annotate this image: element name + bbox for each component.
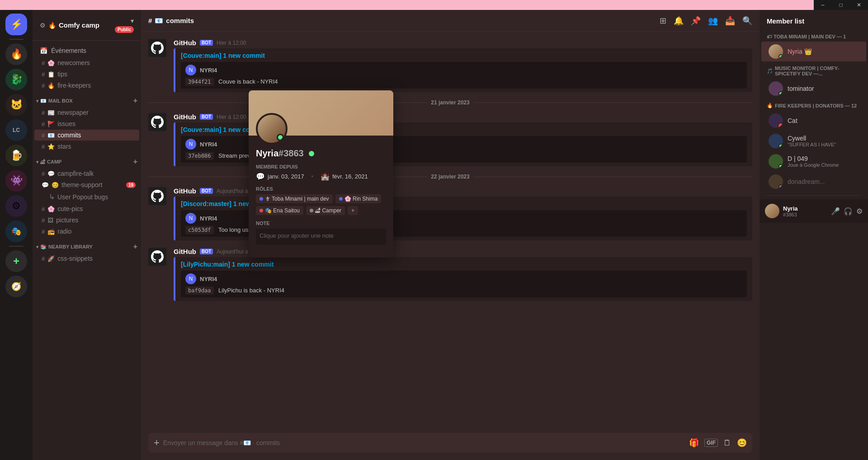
channel-radio[interactable]: # 📻 radio — [34, 226, 139, 237]
member-item-nyria[interactable]: Nyria 👑 — [761, 42, 866, 61]
member-since-title: MEMBRE DEPUIS — [256, 164, 386, 169]
pin-header-icon[interactable]: 📌 — [691, 16, 701, 26]
channel-cute-pics[interactable]: # 🌸 cute-pics — [34, 203, 139, 214]
server-1[interactable]: 🔥 — [5, 43, 27, 65]
minimize-button[interactable]: – — [814, 0, 832, 10]
profile-discriminator: #3863 — [278, 148, 304, 158]
message-author-3: GitHub — [174, 187, 196, 195]
fire-keepers-subicon: 🔥 — [47, 82, 55, 89]
category-nearby-library[interactable]: ▾ 📚 NEARBY LIBRARY + — [33, 237, 141, 253]
add-server-button[interactable]: + — [5, 250, 27, 272]
commit-inner-header-1: N NYRI4 — [185, 65, 742, 75]
server-5[interactable]: 🍺 — [5, 145, 27, 166]
user-settings-icon[interactable]: ⚙ — [856, 207, 863, 216]
member-item-tominator[interactable]: tominator — [761, 79, 866, 99]
channel-fire-keepers[interactable]: # 🔥 fire-keepers — [34, 80, 139, 91]
chevron-down-icon: ▾ — [131, 17, 134, 24]
channel-stars[interactable]: # ⭐ stars — [34, 141, 139, 152]
donadream-info: donadream... — [788, 178, 859, 185]
category-mail-box[interactable]: ▾ 📧 MAIL BOX + — [33, 91, 141, 107]
add-library-channel-button[interactable]: + — [133, 243, 137, 251]
add-role-button[interactable]: + — [348, 206, 358, 215]
messages-area: GitHub BOT Hier à 12:00 [Couve:main] 1 n… — [141, 32, 760, 426]
member-category-music: 🎵 MUSIC MONITOR | COMFY-SPICETIFY DEV —.… — [760, 62, 868, 78]
channel-theme-support[interactable]: 💬 😊 theme-support 19 — [34, 179, 139, 190]
mic-icon[interactable]: 🎤 — [831, 207, 840, 216]
server-date-text: févr. 16, 2021 — [332, 173, 368, 180]
channel-commits[interactable]: # 📧 commits 👤 ⚙ — [34, 130, 139, 141]
discord-icon: ⚡ — [10, 19, 23, 30]
role-dot-ena — [259, 209, 263, 212]
donadream-name: donadream... — [788, 178, 859, 185]
profile-roles: 🗡 Toba Minami | main dev 🌸 Rin Shima 🎭 E… — [256, 194, 386, 215]
emoji-input-icon[interactable]: 😊 — [737, 438, 747, 448]
channel-issues[interactable]: # 🚩 issues — [34, 118, 139, 129]
channel-campfire-talk[interactable]: # 💬 campfire-talk — [34, 168, 139, 179]
category-library-label: NEARBY LIBRARY — [48, 244, 93, 249]
date-text-jan21: 21 janvier 2023 — [431, 99, 469, 106]
inbox-header-icon[interactable]: 📥 — [725, 16, 735, 26]
server-8[interactable]: 🎭 — [5, 221, 27, 242]
add-attachment-button[interactable]: + — [154, 437, 160, 449]
headphones-icon[interactable]: 🎧 — [844, 207, 853, 216]
profile-popup-avatar — [256, 113, 288, 145]
gift-input-icon[interactable]: 🎁 — [689, 438, 699, 448]
member-item-cat[interactable]: Cat — [761, 111, 866, 131]
sticker-input-icon[interactable]: 🗒 — [723, 438, 731, 448]
server-2[interactable]: 🐉 — [5, 69, 27, 90]
profile-name: Nyria#3863 — [256, 148, 386, 159]
server-header[interactable]: ⚙ 🔥 Comfy camp ▾ Public — [33, 10, 141, 41]
nyria-name: Nyria 👑 — [788, 48, 859, 55]
close-button[interactable]: ✕ — [850, 0, 868, 10]
d049-status-dot — [778, 164, 783, 169]
hash-icon-12: # — [42, 255, 45, 262]
member-item-cywell[interactable]: Cywell "SUFFER AS I HAVE" — [761, 131, 866, 151]
chat-input-box: + 🎁 GIF 🗒 😊 — [148, 433, 752, 453]
explore-button[interactable]: 🧭 — [5, 276, 27, 297]
add-channel-button[interactable]: + — [133, 97, 137, 105]
channel-newcomers[interactable]: # 🌸 newcomers — [34, 57, 139, 68]
category-camp[interactable]: ▾ 🏕 CAMP + — [33, 152, 141, 168]
bell-header-icon[interactable]: 🔔 — [674, 16, 684, 26]
channel-pictures-label: pictures — [56, 216, 136, 224]
member-item-d049[interactable]: D | 049 Joue à Google Chrome — [761, 151, 866, 171]
nyri4-avatar-3: N — [185, 213, 196, 224]
members-header-icon[interactable]: 👥 — [708, 16, 718, 26]
server-7[interactable]: ⚙ — [5, 195, 27, 217]
channel-newspaper[interactable]: # 📰 newspaper — [34, 107, 139, 118]
channel-fire-keepers-label: fire-keepers — [57, 82, 136, 89]
channel-user-popout-bugs[interactable]: ↳ User Popout bugs — [34, 191, 139, 203]
channel-name-header: # 📧 commits — [148, 17, 194, 25]
channel-css-snippets[interactable]: # 🚀 css-snippets — [34, 253, 139, 264]
server-6[interactable]: 👾 — [5, 170, 27, 192]
message-group-3: GitHub BOT Aujourd'hui à 11:48 [Discord:… — [148, 187, 752, 240]
s1-icon: 🔥 — [10, 48, 23, 60]
server-3[interactable]: 🐱 — [5, 94, 27, 116]
member-category-fire: 🔥 FIRE KEEPERS | DONATORS — 12 — [760, 99, 868, 110]
commit-inner-1: N NYRI4 3944f21 Couve is back - NYRI4 — [181, 62, 747, 89]
gif-input-button[interactable]: GIF — [704, 439, 718, 447]
chat-input-field[interactable] — [163, 439, 685, 446]
channel-commits-label: commits — [57, 131, 136, 139]
channel-stars-label: stars — [57, 143, 136, 150]
hashtag-header-icon[interactable]: ⊞ — [660, 16, 666, 26]
discord-date-text: janv. 03, 2017 — [268, 173, 304, 180]
d049-name: D | 049 — [788, 155, 859, 162]
maximize-button[interactable]: □ — [832, 0, 850, 10]
member-item-donadream[interactable]: donadream... — [761, 172, 866, 192]
cywell-status: "SUFFER AS I HAVE" — [788, 142, 859, 147]
events-item[interactable]: 📅 Événements — [33, 44, 141, 57]
search-header-icon[interactable]: 🔍 — [742, 16, 752, 26]
commit-line-1: 3944f21 Couve is back - NYRI4 — [185, 77, 742, 86]
server-4[interactable]: LC — [5, 119, 27, 141]
profile-note-area[interactable]: Clique pour ajouter une note — [256, 229, 386, 245]
add-camp-channel-button[interactable]: + — [133, 158, 137, 166]
server-settings-icon: ⚙ — [40, 22, 46, 29]
server-date-item: 🏰 févr. 16, 2021 — [321, 172, 368, 181]
message-group-4: GitHub BOT Aujourd'hui à 17:28 [LilyPich… — [148, 248, 752, 301]
server-discord-home[interactable]: ⚡ — [5, 14, 27, 35]
channel-pictures[interactable]: # 🖼 pictures — [34, 215, 139, 225]
category-library-left: ▾ 📚 NEARBY LIBRARY — [36, 244, 93, 250]
commit-embed-4: [LilyPichu:main] 1 new commit N NYRI4 ba… — [174, 257, 752, 301]
channel-tips[interactable]: # 📋 tips — [34, 69, 139, 80]
